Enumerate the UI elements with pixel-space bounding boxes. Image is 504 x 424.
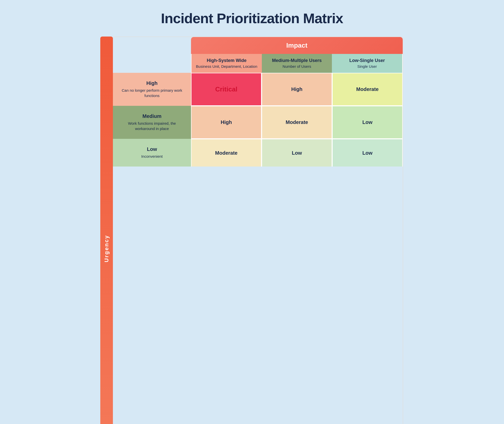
row-high-sub: Can no longer perform primary work funct…: [118, 88, 186, 98]
data-rows: High Can no longer perform primary work …: [113, 73, 403, 167]
cell-moderate-row2-col0: Moderate: [191, 139, 262, 167]
col-high-sub: Business Unit, Department, Location: [196, 64, 257, 69]
cell-low-row2-col1: Low: [262, 139, 332, 167]
row-label-medium: Medium Work functions impaired, the work…: [113, 106, 191, 139]
row-label-high: High Can no longer perform primary work …: [113, 73, 191, 106]
col-medium-sub: Number of Users: [282, 64, 311, 69]
data-row-high: High Can no longer perform primary work …: [113, 73, 403, 106]
row-high-title: High: [146, 80, 158, 86]
cell-critical: Critical: [191, 73, 262, 106]
data-row-low: Low Inconvenient Moderate Low Low: [113, 139, 403, 167]
col-header-low: Low-Single User Single User: [332, 54, 403, 73]
col-medium-title: Medium-Multiple Users: [265, 58, 329, 63]
impact-header-row: Impact: [113, 37, 403, 54]
urgency-label: Urgency: [100, 37, 113, 424]
col-header-high: High-System Wide Business Unit, Departme…: [191, 54, 262, 73]
col-high-title: High-System Wide: [195, 58, 259, 63]
cell-low-row1-col2: Low: [332, 106, 403, 139]
col-low-sub: Single User: [357, 64, 377, 69]
row-medium-title: Medium: [142, 113, 162, 119]
cell-high-row1-col0: High: [191, 106, 262, 139]
matrix-container: Urgency Impact High-System Wide Business…: [101, 37, 403, 424]
page-wrapper: Incident Prioritization Matrix Urgency I…: [101, 10, 403, 424]
row-low-sub: Inconvenient: [141, 154, 163, 159]
cell-high-row0-col1: High: [262, 73, 332, 106]
row-label-low: Low Inconvenient: [113, 139, 191, 167]
cell-low-row2-col2: Low: [332, 139, 403, 167]
urgency-label-wrapper: Urgency: [101, 37, 112, 424]
page-title: Incident Prioritization Matrix: [161, 10, 343, 26]
col-low-title: Low-Single User: [335, 58, 399, 63]
row-medium-sub: Work functions impaired, the workaround …: [118, 121, 186, 131]
row-low-title: Low: [147, 146, 157, 152]
cell-moderate-row0-col2: Moderate: [332, 73, 403, 106]
col-header-medium: Medium-Multiple Users Number of Users: [262, 54, 332, 73]
matrix-grid: Impact High-System Wide Business Unit, D…: [112, 37, 403, 424]
impact-header-cell: Impact: [191, 37, 403, 54]
data-row-medium: Medium Work functions impaired, the work…: [113, 106, 403, 139]
matrix-body: Urgency Impact High-System Wide Business…: [101, 37, 403, 424]
col-header-spacer: [113, 54, 191, 73]
col-headers-row: High-System Wide Business Unit, Departme…: [113, 54, 403, 73]
impact-header-spacer: [113, 37, 191, 54]
cell-moderate-row1-col1: Moderate: [262, 106, 332, 139]
